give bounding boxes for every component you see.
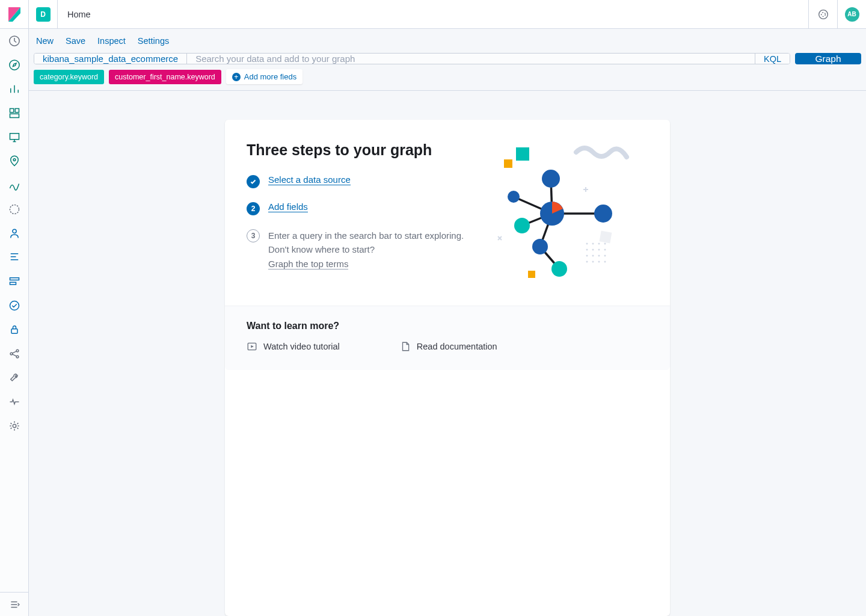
datasource-selector[interactable]: kibana_sample_data_ecommerce — [34, 54, 187, 64]
step-2: 2 Add fields — [247, 202, 478, 215]
svg-rect-8 — [10, 114, 19, 117]
nav-siem[interactable] — [0, 318, 28, 342]
fields-row: category.keyword customer_first_name.key… — [29, 69, 866, 91]
svg-point-39 — [598, 261, 600, 263]
main-area: New Save Inspect Settings kibana_sample_… — [29, 29, 866, 616]
svg-point-25 — [586, 243, 588, 245]
plus-icon: + — [232, 73, 241, 81]
svg-point-31 — [598, 249, 600, 251]
svg-point-51 — [594, 205, 612, 223]
svg-point-33 — [586, 255, 588, 257]
svg-rect-22 — [504, 159, 512, 168]
svg-point-18 — [16, 350, 19, 352]
nav-collapse[interactable] — [0, 592, 28, 616]
user-avatar: AB — [845, 7, 859, 22]
nav-recent[interactable] — [0, 29, 28, 53]
svg-point-10 — [13, 159, 16, 161]
svg-point-35 — [598, 255, 600, 257]
nav-dev-tools[interactable] — [0, 366, 28, 390]
wrench-icon — [8, 372, 20, 384]
submenu-save[interactable]: Save — [66, 36, 85, 46]
search-input[interactable] — [187, 54, 755, 64]
svg-point-40 — [604, 261, 606, 263]
svg-point-2 — [818, 10, 828, 19]
dashboard-icon — [8, 107, 20, 119]
svg-rect-7 — [15, 109, 19, 112]
left-nav — [0, 29, 29, 616]
step-badge-3: 3 — [247, 229, 260, 242]
svg-rect-23 — [528, 271, 535, 278]
submenu-inspect[interactable]: Inspect — [97, 36, 126, 46]
svg-rect-24 — [600, 231, 612, 244]
watch-video-link[interactable]: Watch video tutorial — [247, 341, 340, 352]
breadcrumb[interactable]: Home — [58, 10, 100, 19]
submenu-new[interactable]: New — [36, 36, 54, 46]
content: Three steps to your graph Select a data … — [29, 91, 866, 616]
card-title: Three steps to your graph — [247, 141, 478, 159]
step-1-link[interactable]: Select a data source — [268, 174, 351, 185]
add-more-fields-label: Add more fieds — [244, 72, 296, 81]
field-pill[interactable]: category.keyword — [34, 70, 104, 84]
svg-rect-16 — [11, 329, 17, 334]
svg-point-20 — [13, 424, 16, 428]
heartbeat-icon — [8, 396, 20, 408]
svg-point-17 — [10, 353, 13, 355]
nav-discover[interactable] — [0, 53, 28, 77]
svg-point-48 — [542, 170, 560, 188]
kibana-logo[interactable] — [0, 0, 29, 29]
user-menu[interactable]: AB — [837, 0, 866, 29]
video-icon — [247, 341, 257, 352]
graph-icon — [8, 203, 20, 215]
submenu-settings[interactable]: Settings — [138, 36, 169, 46]
svg-point-3 — [821, 12, 825, 16]
svg-point-32 — [604, 249, 606, 251]
map-pin-icon — [8, 155, 20, 167]
nav-uptime[interactable] — [0, 294, 28, 318]
nav-visualize[interactable] — [0, 77, 28, 101]
nav-apm[interactable] — [0, 270, 28, 294]
read-docs-link[interactable]: Read documentation — [400, 341, 497, 352]
nav-graph[interactable] — [0, 197, 28, 221]
nav-metrics[interactable] — [0, 221, 28, 245]
svg-point-52 — [532, 239, 548, 254]
step-2-link[interactable]: Add fields — [268, 202, 308, 212]
svg-point-53 — [551, 261, 567, 277]
document-icon — [400, 341, 411, 352]
svg-point-50 — [514, 218, 530, 233]
add-more-fields-button[interactable]: + Add more fieds — [226, 69, 302, 84]
onboarding-card: Three steps to your graph Select a data … — [225, 120, 670, 616]
space-selector[interactable]: D — [29, 0, 58, 29]
step-3-link[interactable]: Graph the top terms — [268, 259, 348, 270]
nav-management[interactable] — [0, 414, 28, 438]
logs-icon — [8, 251, 20, 263]
svg-point-30 — [592, 249, 594, 251]
submenu: New Save Inspect Settings — [29, 29, 866, 53]
learn-more-title: Want to learn more? — [247, 321, 648, 331]
step-badge-done — [247, 175, 260, 188]
svg-point-15 — [10, 301, 19, 310]
svg-point-11 — [10, 205, 19, 214]
nav-dashboard[interactable] — [0, 101, 28, 125]
nav-share[interactable] — [0, 342, 28, 366]
graph-illustration — [492, 141, 648, 280]
nav-logs[interactable] — [0, 245, 28, 270]
svg-rect-21 — [516, 147, 529, 161]
collapse-icon — [9, 599, 20, 610]
step-3: 3 Enter a query in the search bar to sta… — [247, 229, 478, 271]
nav-ml[interactable] — [0, 173, 28, 197]
newsfeed-icon — [818, 9, 829, 20]
top-header: D Home AB — [0, 0, 866, 29]
step-3-text: Enter a query in the search bar to start… — [268, 229, 478, 271]
gear-icon — [8, 420, 20, 432]
nav-canvas[interactable] — [0, 125, 28, 149]
svg-point-37 — [586, 261, 588, 263]
field-pill[interactable]: customer_first_name.keyword — [109, 70, 221, 84]
svg-point-27 — [598, 243, 600, 245]
search-row: kibana_sample_data_ecommerce KQL Graph — [29, 53, 866, 69]
nav-monitoring[interactable] — [0, 390, 28, 414]
newsfeed-button[interactable] — [808, 0, 837, 29]
graph-button[interactable]: Graph — [795, 53, 861, 64]
nav-maps[interactable] — [0, 149, 28, 173]
kql-toggle[interactable]: KQL — [755, 54, 790, 64]
svg-rect-14 — [10, 282, 16, 285]
